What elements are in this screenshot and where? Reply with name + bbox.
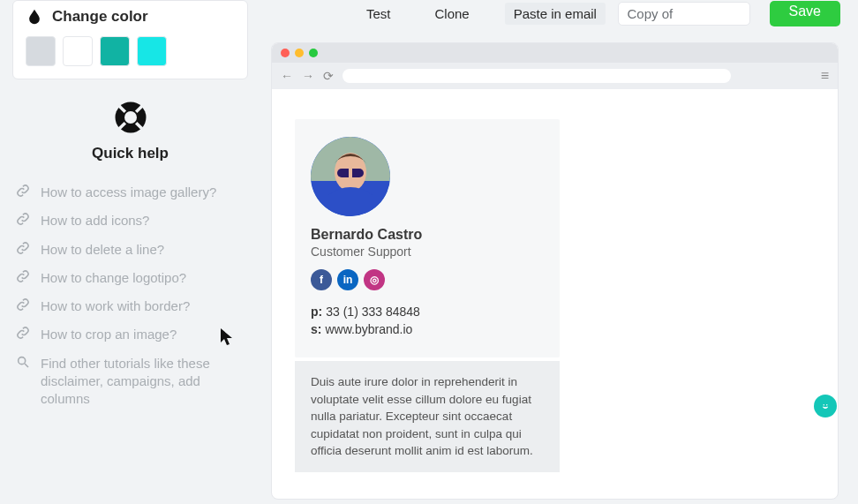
tab-test[interactable]: Test	[358, 3, 400, 25]
change-color-title: Change color	[52, 8, 148, 26]
action-tabs: Test Clone Paste in email	[358, 3, 606, 25]
help-item[interactable]: How to delete a line?	[16, 236, 245, 264]
forward-icon: →	[302, 69, 314, 83]
swatch-gray[interactable]	[26, 36, 56, 66]
lifebuoy-icon	[112, 99, 149, 136]
phone-line: p:33 (1) 333 84848	[311, 305, 544, 319]
help-item[interactable]: How to access image gallery?	[16, 178, 245, 207]
signature-card: Bernardo Castro Customer Support f in ◎ …	[295, 119, 560, 357]
hamburger-icon: ≡	[821, 68, 829, 84]
help-item[interactable]: How to work with border?	[16, 292, 245, 320]
svg-rect-13	[349, 169, 352, 177]
save-button[interactable]: Save	[770, 1, 840, 26]
browser-navbar: ← → ⟳ ≡	[272, 63, 838, 89]
chat-button[interactable]	[814, 395, 837, 417]
tab-clone[interactable]: Clone	[426, 3, 478, 25]
drop-icon	[26, 6, 43, 27]
quick-help-title: Quick help	[12, 145, 248, 162]
help-item[interactable]: How to change logotipo?	[16, 264, 245, 292]
social-icons: f in ◎	[311, 269, 544, 290]
link-icon	[16, 241, 32, 255]
help-search-text[interactable]: Find other tutorials like these disclaim…	[41, 355, 245, 409]
svg-line-7	[25, 364, 28, 367]
signature-name-field[interactable]: Copy of	[618, 2, 750, 26]
help-item[interactable]: How to crop an image?	[16, 320, 245, 349]
instagram-icon[interactable]: ◎	[364, 269, 385, 290]
link-icon	[16, 184, 32, 198]
help-link[interactable]: How to delete a line?	[41, 241, 164, 259]
window-close-icon	[281, 49, 290, 57]
help-list: How to access image gallery? How to add …	[12, 178, 248, 413]
site-line: s:www.bybrand.io	[311, 322, 544, 336]
color-swatches	[26, 36, 235, 66]
help-link[interactable]: How to work with border?	[41, 297, 190, 315]
change-color-card: Change color	[12, 0, 248, 79]
main-area: Test Clone Paste in email Copy of Save ←…	[260, 0, 858, 504]
reload-icon: ⟳	[323, 69, 334, 83]
search-icon	[16, 355, 32, 369]
quick-help-header: Quick help	[12, 99, 248, 162]
window-maximize-icon	[309, 49, 318, 57]
help-search-row[interactable]: Find other tutorials like these disclaim…	[16, 350, 245, 414]
svg-point-14	[823, 404, 824, 406]
window-minimize-icon	[295, 49, 304, 57]
link-icon	[16, 326, 32, 340]
help-link[interactable]: How to add icons?	[41, 212, 149, 229]
swatch-teal[interactable]	[100, 36, 130, 66]
help-link[interactable]: How to change logotipo?	[41, 269, 186, 287]
svg-point-6	[19, 357, 26, 364]
email-preview: Bernardo Castro Customer Support f in ◎ …	[272, 89, 838, 499]
facebook-icon[interactable]: f	[311, 269, 332, 290]
svg-point-15	[826, 404, 828, 406]
help-link[interactable]: How to crop an image?	[41, 326, 177, 343]
avatar	[311, 137, 390, 216]
swatch-white[interactable]	[63, 36, 93, 66]
link-icon	[16, 269, 32, 283]
signature-contact-lines: p:33 (1) 333 84848 s:www.bybrand.io	[311, 305, 544, 336]
back-icon: ←	[281, 69, 293, 83]
linkedin-icon[interactable]: in	[337, 269, 358, 290]
sidebar: Change color Quick help How to access im…	[0, 0, 260, 504]
link-icon	[16, 212, 32, 226]
svg-point-1	[124, 111, 137, 124]
top-toolbar: Test Clone Paste in email Copy of Save	[260, 0, 858, 26]
signature-name: Bernardo Castro	[311, 227, 544, 243]
url-bar	[342, 69, 731, 83]
swatch-cyan[interactable]	[137, 36, 167, 66]
tab-paste-in-email[interactable]: Paste in email	[505, 3, 606, 25]
browser-mock: ← → ⟳ ≡	[271, 42, 839, 500]
signature-role: Customer Support	[311, 244, 544, 259]
help-link[interactable]: How to access image gallery?	[41, 184, 216, 201]
help-item[interactable]: How to add icons?	[16, 207, 245, 235]
link-icon	[16, 297, 32, 312]
signature-disclaimer: Duis aute irure dolor in reprehenderit i…	[295, 361, 560, 472]
browser-titlebar	[272, 43, 838, 63]
